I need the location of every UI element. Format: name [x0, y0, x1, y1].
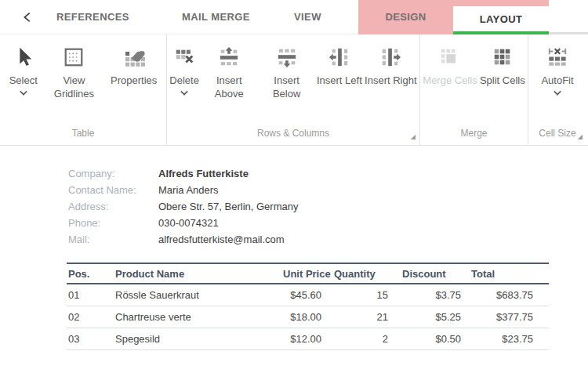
chevron-down-icon — [180, 88, 188, 96]
cell-quantity: 15 — [328, 284, 396, 306]
cell-product: Spegesild — [107, 328, 277, 350]
cell-pos: 01 — [67, 284, 107, 306]
collapse-group-icon[interactable]: ◢ — [411, 134, 416, 140]
info-row-mail: Mail: alfredsfutterkiste@mail.com — [68, 231, 549, 248]
col-header-total: Total — [465, 263, 549, 284]
tab-mail-merge[interactable]: MAIL MERGE — [182, 0, 250, 34]
editor-window: REFERENCES MAIL MERGE VIEW DESIGN LAYOUT… — [0, 0, 588, 373]
ribbon-tab-bar: REFERENCES MAIL MERGE VIEW DESIGN LAYOUT — [0, 0, 588, 34]
ribbon-group-label-rows-columns: Rows & Columns — [257, 128, 329, 139]
properties-icon — [122, 45, 146, 70]
autofit-button-label: AutoFit — [541, 74, 573, 87]
info-label: Contact Name: — [68, 184, 158, 196]
tab-layout[interactable]: LAYOUT — [453, 6, 549, 34]
cell-pos: 02 — [67, 306, 107, 328]
ribbon-group-merge: Merge Cells Split Cells Merge — [420, 34, 528, 145]
ribbon-group-label-merge: Merge — [460, 128, 487, 139]
info-value: alfredsfutterkiste@mail.com — [158, 234, 285, 245]
info-row-contact-name: Contact Name: Maria Anders — [68, 182, 549, 198]
insert-below-button[interactable]: Insert Below — [260, 45, 314, 100]
insert-left-icon — [328, 45, 350, 70]
autofit-button[interactable]: AutoFit — [541, 45, 573, 95]
collapse-group-icon[interactable]: ◢ — [578, 134, 583, 140]
chevron-down-icon — [20, 88, 27, 96]
view-gridlines-button[interactable]: View Gridlines — [46, 45, 101, 100]
cell-product: Chartreuse verte — [107, 306, 277, 328]
scroll-tabs-left-button[interactable] — [20, 0, 34, 34]
table-row: 02 Chartreuse verte $18.00 21 $5.25 $377… — [67, 306, 549, 328]
table-header-row: Pos. Product Name Unit Price Quantity Di… — [67, 263, 549, 284]
insert-below-icon — [276, 45, 298, 70]
cell-product: Rössle Sauerkraut — [107, 284, 277, 306]
ribbon-group-table: Select View Gridlines — [0, 34, 166, 145]
info-label: Address: — [68, 201, 158, 212]
products-table[interactable]: Pos. Product Name Unit Price Quantity Di… — [67, 263, 549, 350]
tab-design[interactable]: DESIGN — [358, 0, 453, 34]
info-row-phone: Phone: 030-0074321 — [68, 215, 549, 231]
insert-above-icon — [218, 45, 240, 70]
delete-button-label: Delete — [169, 74, 199, 87]
insert-above-button[interactable]: Insert Above — [201, 45, 256, 100]
info-label: Company: — [68, 168, 158, 179]
merge-cells-button[interactable]: Merge Cells — [423, 45, 477, 87]
select-button[interactable]: Select — [9, 45, 38, 95]
ribbon-group-label-cell-size: Cell Size — [539, 128, 575, 139]
ribbon-group-label-table: Table — [72, 128, 95, 139]
info-label: Mail: — [68, 234, 158, 245]
document-area[interactable]: Company: Alfreds Futterkiste Contact Nam… — [0, 146, 588, 350]
delete-button[interactable]: Delete — [169, 45, 199, 95]
info-value: Maria Anders — [158, 184, 219, 196]
merge-cells-button-label: Merge Cells — [423, 74, 477, 87]
view-gridlines-icon — [63, 45, 85, 70]
delete-table-icon — [173, 45, 195, 70]
info-value: Alfreds Futterkiste — [158, 168, 249, 179]
cell-total: $23.75 — [465, 328, 549, 350]
tab-view[interactable]: VIEW — [294, 0, 321, 34]
info-label: Phone: — [68, 217, 158, 229]
table-row: 03 Spegesild $12.00 2 $0.50 $23.75 — [67, 328, 549, 350]
cell-quantity: 2 — [328, 328, 396, 350]
tabbar-bottom-divider — [549, 32, 588, 34]
info-row-address: Address: Obere Str. 57, Berlin, Germany — [68, 198, 549, 215]
cell-total: $683.75 — [465, 284, 549, 306]
insert-right-icon — [379, 45, 401, 70]
cell-quantity: 21 — [328, 306, 396, 328]
ribbon-group-cell-size: AutoFit Cell Size ◢ — [528, 34, 586, 145]
insert-right-button[interactable]: Insert Right — [365, 45, 416, 87]
info-value: 030-0074321 — [158, 217, 219, 229]
cell-unit-price: $12.00 — [277, 328, 328, 350]
cell-discount: $3.75 — [396, 284, 465, 306]
insert-below-button-label: Insert Below — [260, 74, 314, 100]
company-info-block: Company: Alfreds Futterkiste Contact Nam… — [67, 165, 549, 248]
col-header-discount: Discount — [396, 263, 465, 284]
chevron-left-icon — [20, 10, 34, 24]
col-header-unit-price: Unit Price — [277, 263, 328, 284]
insert-right-button-label: Insert Right — [365, 74, 416, 87]
select-cursor-icon — [13, 45, 34, 70]
autofit-icon — [546, 45, 568, 70]
col-header-product-name: Product Name — [107, 263, 277, 284]
tab-references[interactable]: REFERENCES — [56, 0, 129, 34]
info-row-company: Company: Alfreds Futterkiste — [68, 165, 549, 182]
properties-button-label: Properties — [111, 74, 157, 87]
insert-left-button[interactable]: Insert Left — [317, 45, 362, 87]
cell-unit-price: $18.00 — [277, 306, 328, 328]
col-header-quantity: Quantity — [328, 263, 396, 284]
view-gridlines-button-label: View Gridlines — [46, 74, 101, 100]
cell-unit-price: $45.60 — [277, 284, 328, 306]
cell-total: $377.75 — [465, 306, 549, 328]
ribbon-group-rows-columns: Delete Insert Above — [167, 34, 419, 145]
info-value: Obere Str. 57, Berlin, Germany — [158, 201, 298, 212]
table-row: 01 Rössle Sauerkraut $45.60 15 $3.75 $68… — [67, 284, 549, 306]
split-cells-icon — [492, 45, 514, 70]
cell-pos: 03 — [67, 328, 107, 350]
properties-button[interactable]: Properties — [111, 45, 157, 87]
cell-discount: $5.25 — [396, 306, 465, 328]
chevron-down-icon — [554, 88, 561, 96]
insert-left-button-label: Insert Left — [317, 74, 362, 87]
col-header-pos: Pos. — [67, 263, 107, 284]
ribbon-toolbar: Select View Gridlines — [0, 34, 588, 146]
insert-above-button-label: Insert Above — [201, 74, 256, 100]
split-cells-button[interactable]: Split Cells — [480, 45, 525, 87]
split-cells-button-label: Split Cells — [480, 74, 525, 87]
